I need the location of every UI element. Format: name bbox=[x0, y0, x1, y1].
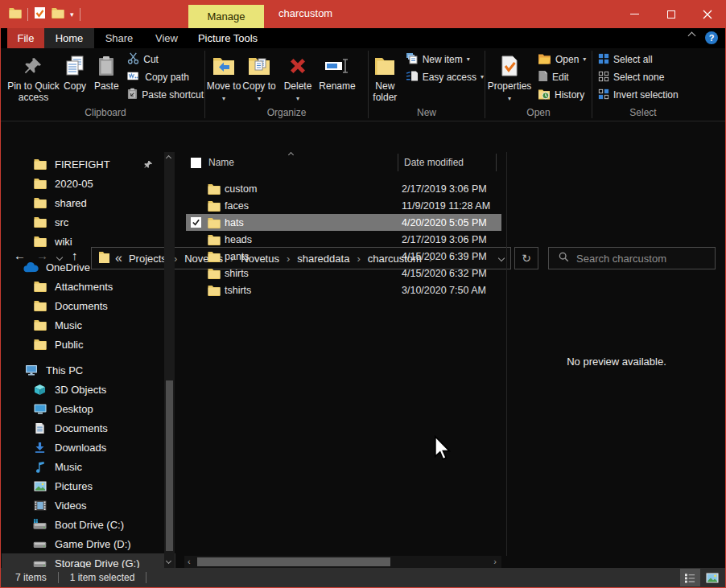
group-label-clipboard: Clipboard bbox=[7, 107, 204, 121]
checkbox-doc-icon[interactable] bbox=[34, 6, 46, 23]
file-row-tshirts[interactable]: tshirts3/10/2020 7:50 AM bbox=[186, 282, 501, 298]
scroll-up-icon[interactable] bbox=[167, 156, 171, 160]
column-divider[interactable] bbox=[398, 154, 398, 171]
tab-picture-tools[interactable]: Picture Tools bbox=[189, 28, 266, 48]
copy-path-button[interactable]: Copy path bbox=[127, 68, 204, 86]
file-row-pants[interactable]: pants4/15/2020 6:39 PM bbox=[186, 248, 501, 265]
tab-file[interactable]: File bbox=[7, 28, 44, 48]
sidebar-item-wiki[interactable]: wiki bbox=[2, 232, 175, 251]
select-none-button[interactable]: Select none bbox=[598, 68, 679, 86]
sidebar-item-this-pc[interactable]: This PC bbox=[2, 360, 175, 380]
edit-button[interactable]: Edit bbox=[538, 68, 586, 86]
scroll-left-icon[interactable]: ‹ bbox=[188, 557, 191, 566]
ribbon-separator bbox=[204, 51, 205, 118]
new-item-button[interactable]: New item ▾ bbox=[406, 51, 484, 68]
delete-button[interactable]: Delete▾ bbox=[279, 51, 316, 103]
title-bar: ▾ Manage charcustom bbox=[1, 0, 725, 28]
copy-button[interactable]: Copy bbox=[60, 51, 90, 92]
easy-access-button[interactable]: Easy access ▾ bbox=[406, 68, 484, 86]
large-icons-view-button[interactable] bbox=[702, 569, 722, 586]
properties-button[interactable]: Properties▾ bbox=[486, 51, 533, 103]
maximize-icon bbox=[667, 10, 675, 19]
paste-shortcut-button[interactable]: Paste shortcut bbox=[127, 86, 204, 104]
sidebar-item-boot-drive-c[interactable]: Boot Drive (C:) bbox=[2, 515, 175, 534]
new-folder-icon bbox=[374, 51, 395, 80]
horizontal-scrollbar-thumb[interactable] bbox=[197, 557, 390, 566]
sidebar-item-documents[interactable]: Documents bbox=[2, 296, 175, 315]
sidebar-item-music[interactable]: Music bbox=[2, 457, 175, 476]
file-row-shirts[interactable]: shirts4/15/2020 6:32 PM bbox=[186, 265, 501, 282]
file-name: custom bbox=[223, 183, 402, 195]
scroll-down-icon[interactable] bbox=[167, 559, 171, 563]
folder-icon bbox=[32, 300, 47, 311]
rename-button[interactable]: Rename bbox=[316, 51, 358, 92]
file-list-pane: Name Date modified custom2/17/2019 3:06 … bbox=[186, 152, 501, 556]
sidebar-scrollbar[interactable] bbox=[164, 152, 175, 568]
sidebar-scrollbar-thumb[interactable] bbox=[166, 380, 173, 551]
details-view-button[interactable] bbox=[680, 569, 700, 586]
column-divider[interactable] bbox=[496, 154, 497, 171]
sidebar-item-storage-drive-g[interactable]: Storage Drive (G:) bbox=[2, 553, 175, 568]
sidebar-item-2020-05[interactable]: 2020-05 bbox=[2, 174, 175, 193]
column-header-date-modified[interactable]: Date modified bbox=[404, 157, 464, 168]
sidebar-item-documents[interactable]: Documents bbox=[2, 418, 175, 438]
sidebar-item-3d-objects[interactable]: 3D Objects bbox=[2, 380, 175, 399]
sidebar-item-desktop[interactable]: Desktop bbox=[2, 399, 175, 418]
move-to-button[interactable]: Move to ▾ bbox=[206, 51, 241, 103]
folder-properties-icon[interactable] bbox=[9, 7, 22, 22]
copy-to-button[interactable]: Copy to ▾ bbox=[241, 51, 277, 103]
close-button[interactable] bbox=[689, 0, 725, 28]
sidebar-item-attachments[interactable]: Attachments bbox=[2, 277, 175, 296]
history-button[interactable]: History bbox=[538, 86, 586, 104]
file-date-modified: 11/9/2019 11:28 AM bbox=[402, 200, 490, 212]
tab-view[interactable]: View bbox=[144, 28, 189, 48]
select-all-button[interactable]: Select all bbox=[598, 51, 679, 68]
minimize-ribbon-button[interactable] bbox=[689, 33, 696, 40]
cut-button[interactable]: Cut bbox=[127, 51, 204, 68]
help-button[interactable]: ? bbox=[705, 31, 718, 44]
status-bar: 7 items 1 item selected bbox=[1, 568, 725, 587]
sidebar-item-game-drive-d[interactable]: Game Drive (D:) bbox=[2, 534, 175, 553]
column-header-row: Name Date modified bbox=[186, 152, 501, 173]
minimize-button[interactable] bbox=[617, 0, 653, 28]
new-folder-button[interactable]: New folder bbox=[369, 51, 401, 103]
select-all-checkbox[interactable] bbox=[191, 158, 201, 168]
sidebar-item-music[interactable]: Music bbox=[2, 315, 175, 335]
sidebar-item-firefight[interactable]: FIREFIGHT bbox=[2, 154, 175, 174]
sidebar-item-pictures[interactable]: Pictures bbox=[2, 476, 175, 495]
sidebar-item-videos[interactable]: Videos bbox=[2, 495, 175, 515]
sidebar-item-label: 2020-05 bbox=[55, 178, 93, 190]
sidebar-item-shared[interactable]: shared bbox=[2, 193, 175, 212]
invert-selection-button[interactable]: Invert selection bbox=[598, 86, 679, 104]
qat-dropdown-caret-icon[interactable]: ▾ bbox=[70, 11, 74, 19]
file-row-faces[interactable]: faces11/9/2019 11:28 AM bbox=[186, 197, 501, 214]
horizontal-scrollbar[interactable]: ‹ › bbox=[184, 556, 501, 568]
folder-icon bbox=[32, 158, 47, 170]
column-header-name[interactable]: Name bbox=[208, 157, 234, 168]
tab-home[interactable]: Home bbox=[44, 28, 94, 48]
sidebar-item-label: src bbox=[55, 216, 68, 228]
caret-down-icon: ▾ bbox=[222, 95, 225, 102]
folder-icon bbox=[32, 281, 47, 292]
chevron-up-icon bbox=[688, 32, 696, 40]
file-row-custom[interactable]: custom2/17/2019 3:06 PM bbox=[186, 180, 501, 197]
pin-to-quick-access-button[interactable]: Pin to Quick access bbox=[7, 51, 60, 103]
maximize-button[interactable] bbox=[653, 0, 689, 28]
file-row-heads[interactable]: heads2/17/2019 3:06 PM bbox=[186, 231, 501, 248]
caret-down-icon: ▾ bbox=[258, 95, 261, 102]
tab-share[interactable]: Share bbox=[94, 28, 144, 48]
sidebar-item-label: Game Drive (D:) bbox=[55, 538, 131, 550]
sidebar-item-downloads[interactable]: Downloads bbox=[2, 438, 175, 457]
file-row-hats[interactable]: hats4/20/2020 5:05 PM bbox=[186, 214, 501, 231]
sidebar-item-onedrive[interactable]: OneDrive bbox=[2, 257, 175, 277]
doc-icon bbox=[32, 422, 47, 434]
row-checkbox[interactable] bbox=[191, 217, 201, 228]
sidebar-item-public[interactable]: Public bbox=[2, 335, 175, 354]
quick-access-toolbar: ▾ bbox=[9, 6, 80, 23]
open-button[interactable]: Open ▾ bbox=[538, 51, 586, 68]
sidebar-item-src[interactable]: src bbox=[2, 212, 175, 232]
folder-icon[interactable] bbox=[52, 7, 64, 22]
paste-button[interactable]: Paste bbox=[90, 51, 122, 92]
tab-manage[interactable]: Manage bbox=[188, 5, 264, 28]
scroll-right-icon[interactable]: › bbox=[493, 557, 497, 566]
